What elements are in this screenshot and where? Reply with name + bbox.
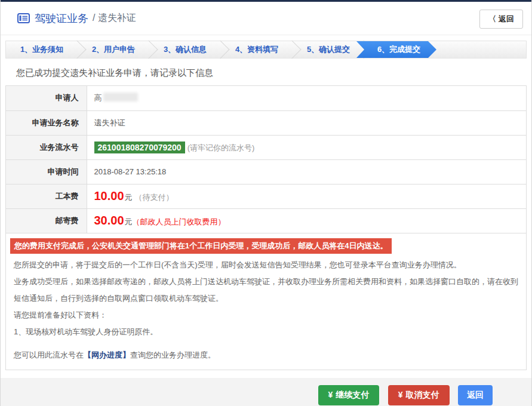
fee-unit: 元 <box>125 193 133 202</box>
notice-section: 您的费用支付完成后，公安机关交通管理部门将在1个工作日内受理，受理成功后，邮政人… <box>6 233 526 370</box>
continue-pay-label: 继续支付 <box>336 390 369 399</box>
notice-paragraph: 您所提交的申请，将于提交后的一个工作日(不含当天)受理，届时会发送短信告知受理结… <box>10 257 521 273</box>
page-subtitle: / 遗失补证 <box>93 12 136 24</box>
serial-number-badge: 261001808270079200 <box>94 142 185 153</box>
step-label: 4、资料填写 <box>235 44 278 55</box>
row-value: 261001808270079200(请牢记你的流水号) <box>87 135 526 159</box>
row-label: 申请时间 <box>6 159 87 184</box>
back-button-label: 返回 <box>499 14 514 23</box>
back-bottom-button[interactable]: 返回 <box>458 385 493 405</box>
notice-paragraph: 请您提前准备好以下资料： <box>10 307 521 324</box>
step-tab-6-active[interactable]: 6、完成提交 <box>356 41 436 58</box>
notice-paragraph: 业务成功受理后，如果选择邮政寄递的，邮政人员将上门送达机动车驾驶证，并收取办理业… <box>10 273 521 307</box>
apply-time: 2018-08-27 13:25:18 <box>87 159 526 184</box>
row-label: 申请人 <box>6 86 87 110</box>
cancel-pay-label: 取消支付 <box>406 390 439 399</box>
table-row-fee: 工本费 10.00元（待支付） <box>6 184 526 208</box>
materials-list-item: 1、现场核对机动车驾驶人身份证明原件。 <box>10 324 521 340</box>
back-bottom-label: 返回 <box>467 390 484 399</box>
page-header: 驾驶证业务 / 遗失补证 〈返回 <box>1 2 531 35</box>
postage-amount: 30.00 <box>94 214 124 227</box>
footer-action-bar: ¥继续支付 ¥取消支付 返回 <box>1 378 531 406</box>
step-label: 2、用户申告 <box>92 44 135 55</box>
back-chevron-icon: 〈 <box>488 14 496 23</box>
row-value: 高 <box>87 86 526 110</box>
payment-alert-banner: 您的费用支付完成后，公安机关交通管理部门将在1个工作日内受理，受理成功后，邮政人… <box>10 238 392 254</box>
info-panel: 申请人 高 申请业务名称 遗失补证 业务流水号 2610018082700792… <box>5 85 527 370</box>
fee-note: （待支付） <box>135 193 174 202</box>
page-title: 驾驶证业务 <box>35 11 88 26</box>
back-button[interactable]: 〈返回 <box>479 10 523 29</box>
table-row-serial: 业务流水号 261001808270079200(请牢记你的流水号) <box>6 135 526 159</box>
row-value: 30.00元（邮政人员上门收取费用） <box>87 208 526 233</box>
progress-query-line: 您可以用此流水号在【网办进度】查询您的业务办理进度。 <box>10 347 521 364</box>
table-row-time: 申请时间 2018-08-27 13:25:18 <box>6 159 526 184</box>
serial-note: (请牢记你的流水号) <box>187 143 255 152</box>
step-tab-3[interactable]: 3、确认信息 <box>149 41 221 58</box>
yen-icon: ¥ <box>398 390 403 399</box>
step-tab-5[interactable]: 5、确认提交 <box>293 41 364 58</box>
query-suffix: 查询您的业务办理进度。 <box>130 350 216 359</box>
step-label: 5、确认提交 <box>307 44 350 55</box>
info-table: 申请人 高 申请业务名称 遗失补证 业务流水号 2610018082700792… <box>6 86 526 233</box>
continue-pay-button[interactable]: ¥继续支付 <box>318 385 380 405</box>
step-progress-bar: 1、业务须知 2、用户申告 3、确认信息 4、资料填写 5、确认提交 6、完成提… <box>5 41 527 59</box>
fee-amount: 10.00 <box>94 189 124 202</box>
success-message: 您已成功提交遗失补证业务申请，请记录以下信息 <box>16 67 531 79</box>
row-label: 邮寄费 <box>6 208 87 233</box>
step-label: 3、确认信息 <box>164 44 207 55</box>
postage-note: （邮政人员上门收取费用） <box>133 217 226 226</box>
step-tab-2[interactable]: 2、用户申告 <box>78 41 149 58</box>
step-label: 1、业务须知 <box>20 44 63 55</box>
row-label: 工本费 <box>6 184 87 208</box>
step-tab-4[interactable]: 4、资料填写 <box>221 41 293 58</box>
row-label: 申请业务名称 <box>6 110 87 135</box>
step-tab-1[interactable]: 1、业务须知 <box>6 41 78 58</box>
applicant-name: 高 <box>94 93 102 102</box>
cancel-pay-button[interactable]: ¥取消支付 <box>388 385 450 405</box>
name-redaction <box>103 93 138 102</box>
document-list-icon <box>17 13 30 23</box>
table-row-postage: 邮寄费 30.00元（邮政人员上门收取费用） <box>6 208 526 233</box>
table-row-applicant: 申请人 高 <box>6 86 526 110</box>
yen-icon: ¥ <box>328 390 333 399</box>
page: 驾驶证业务 / 遗失补证 〈返回 1、业务须知 2、用户申告 3、确认信息 4、… <box>0 0 532 406</box>
query-prefix: 您可以用此流水号在 <box>14 350 84 359</box>
service-name: 遗失补证 <box>87 110 526 135</box>
step-label: 6、完成提交 <box>377 44 420 55</box>
table-row-service: 申请业务名称 遗失补证 <box>6 110 526 135</box>
row-label: 业务流水号 <box>6 135 87 159</box>
postage-unit: 元 <box>125 217 133 226</box>
row-value: 10.00元（待支付） <box>87 184 526 208</box>
progress-menu-ref: 【网办进度】 <box>84 350 130 359</box>
